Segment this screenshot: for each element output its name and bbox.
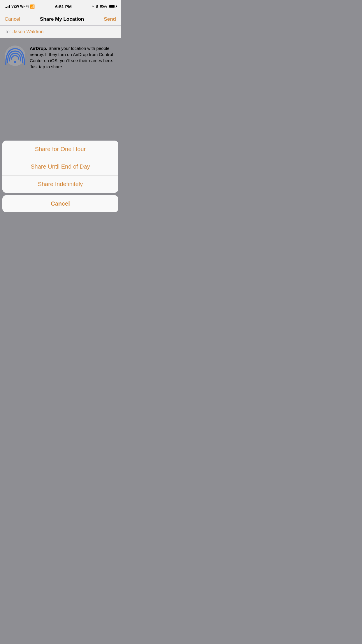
status-right: ‣ B 85% [92,4,116,8]
svg-point-1 [14,61,16,63]
nav-send-button[interactable]: Send [104,16,116,22]
battery-percent: 85% [100,4,107,8]
recipient-name: Jason Waldron [13,29,43,34]
airdrop-bold-label: AirDrop. [30,46,47,51]
nav-title: Share My Location [40,16,84,22]
cancel-button[interactable]: Cancel [2,195,118,212]
battery-icon [109,5,116,8]
airdrop-icon [5,45,26,66]
bottom-sheet: Share for One Hour Share Until End of Da… [0,138,121,215]
signal-bars [5,5,10,8]
status-left: VZW Wi-Fi 📶 [5,4,35,9]
airdrop-description: AirDrop. Share your location with people… [30,45,116,70]
bluetooth-icon: B [96,4,98,8]
to-label: To: [5,29,11,34]
wifi-icon: 📶 [30,4,35,9]
carrier-label: VZW Wi-Fi [11,4,29,8]
airdrop-text: AirDrop. Share your location with people… [30,46,113,69]
airdrop-icon-container [5,45,26,66]
action-group: Share for One Hour Share Until End of Da… [2,141,118,193]
status-bar: VZW Wi-Fi 📶 6:51 PM ‣ B 85% [0,0,121,13]
main-content: AirDrop. Share your location with people… [0,38,121,77]
location-icon: ‣ [92,5,94,8]
share-end-of-day-button[interactable]: Share Until End of Day [2,158,118,176]
nav-cancel-button[interactable]: Cancel [5,16,20,22]
status-time: 6:51 PM [55,4,72,9]
share-one-hour-button[interactable]: Share for One Hour [2,141,118,158]
to-field: To: Jason Waldron [0,26,121,38]
nav-bar: Cancel Share My Location Send [0,13,121,26]
share-indefinitely-button[interactable]: Share Indefinitely [2,176,118,193]
